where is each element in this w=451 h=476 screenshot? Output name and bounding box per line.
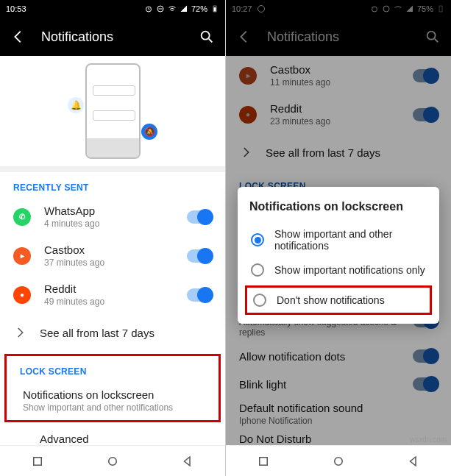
wifi-icon [168, 4, 177, 13]
navigation-bar [0, 445, 225, 476]
app-row-reddit[interactable]: ● Reddit23 minutes ago [226, 95, 451, 134]
see-all-row[interactable]: See all from last 7 days [0, 314, 225, 351]
svg-point-4 [202, 32, 210, 40]
status-time: 10:53 [6, 4, 26, 13]
svg-point-13 [335, 457, 343, 465]
wifi-icon [394, 4, 402, 13]
svg-point-8 [372, 7, 377, 12]
chevron-right-icon [13, 326, 26, 339]
screen-left-notifications: 10:53 72% Notifications 🔔 🔕 RECENTLY SEN… [0, 0, 225, 476]
nav-back-icon[interactable] [181, 455, 194, 468]
bell-icon: 🔔 [68, 97, 84, 113]
screen-right-dialog: 10:27 75% Notifications ▸ Castbox11 minu… [226, 0, 451, 476]
search-icon[interactable] [199, 29, 215, 45]
toggle[interactable] [413, 377, 438, 391]
page-title: Notifications [41, 29, 199, 45]
svg-rect-10 [439, 6, 442, 12]
svg-point-9 [383, 6, 389, 12]
chevron-right-icon [239, 146, 252, 159]
toggle-whatsapp[interactable] [187, 210, 212, 224]
dnd-icon [382, 4, 391, 13]
svg-point-11 [427, 32, 436, 40]
app-header: Notifications [226, 18, 451, 56]
nav-recent-icon[interactable] [31, 455, 44, 468]
section-lock-screen: LOCK SCREEN [7, 356, 219, 381]
dialog-title: Notifications on lockscreen [249, 200, 427, 213]
toggle[interactable] [413, 349, 438, 363]
search-icon[interactable] [425, 29, 441, 45]
setting-notification-dots[interactable]: Allow notification dots [226, 342, 451, 370]
page-title: Notifications [267, 29, 425, 45]
dnd-icon [156, 4, 165, 13]
see-all-row[interactable]: See all from last 7 days [226, 134, 451, 171]
alarm-icon [144, 4, 153, 13]
back-icon[interactable] [10, 29, 26, 45]
status-battery: 72% [191, 4, 207, 13]
radio-selected-icon [251, 233, 264, 246]
dialog-option-important-only[interactable]: Show important notifications only [249, 257, 427, 283]
back-icon[interactable] [236, 29, 252, 45]
lockscreen-notifications-row[interactable]: Notifications on lockscreenShow importan… [7, 381, 219, 420]
dialog-option-show-all[interactable]: Show important and other notifications [249, 222, 427, 257]
dialog-option-dont-show[interactable]: Don't show notifications [245, 285, 432, 315]
setting-default-sound[interactable]: Default notification soundIphone Notific… [226, 398, 451, 429]
battery-icon [436, 4, 445, 13]
status-battery: 75% [417, 4, 433, 13]
battery-icon [210, 4, 219, 13]
toggle[interactable] [413, 108, 438, 121]
signal-icon [180, 4, 188, 13]
navigation-bar [226, 445, 451, 476]
signal-icon [405, 4, 414, 13]
section-recently-sent: RECENTLY SENT [0, 172, 225, 197]
watermark: wsxdn.com [410, 436, 447, 444]
svg-point-6 [109, 457, 117, 465]
nav-home-icon[interactable] [332, 455, 345, 468]
nav-home-icon[interactable] [106, 455, 119, 468]
alarm-icon [370, 4, 379, 13]
status-bar: 10:27 75% [226, 0, 451, 18]
highlight-lockscreen: LOCK SCREEN Notifications on lockscreenS… [4, 354, 221, 422]
toggle[interactable] [413, 69, 438, 82]
radio-icon [251, 263, 264, 277]
nav-recent-icon[interactable] [257, 455, 270, 468]
app-row-castbox[interactable]: ▸ Castbox11 minutes ago [226, 56, 451, 95]
app-row-castbox[interactable]: ▸ Castbox37 minutes ago [0, 236, 225, 275]
whatsapp-icon [257, 4, 266, 13]
svg-point-7 [258, 6, 264, 13]
app-header: Notifications [0, 18, 225, 56]
nav-back-icon[interactable] [407, 455, 420, 468]
toggle-reddit[interactable] [187, 288, 212, 302]
svg-rect-5 [34, 457, 42, 465]
svg-rect-3 [214, 7, 216, 12]
bell-off-icon: 🔕 [141, 124, 157, 140]
status-bar: 10:53 72% [0, 0, 225, 18]
radio-icon [253, 294, 266, 307]
toggle-castbox[interactable] [187, 249, 212, 263]
status-time: 10:27 [232, 4, 252, 13]
setting-blink-light[interactable]: Blink light [226, 370, 451, 398]
svg-rect-12 [260, 457, 268, 465]
hero-illustration: 🔔 🔕 [0, 56, 225, 166]
app-row-reddit[interactable]: ● Reddit49 minutes ago [0, 275, 225, 314]
lockscreen-dialog: Notifications on lockscreen Show importa… [238, 187, 439, 324]
app-row-whatsapp[interactable]: ✆ WhatsApp4 minutes ago [0, 197, 225, 236]
